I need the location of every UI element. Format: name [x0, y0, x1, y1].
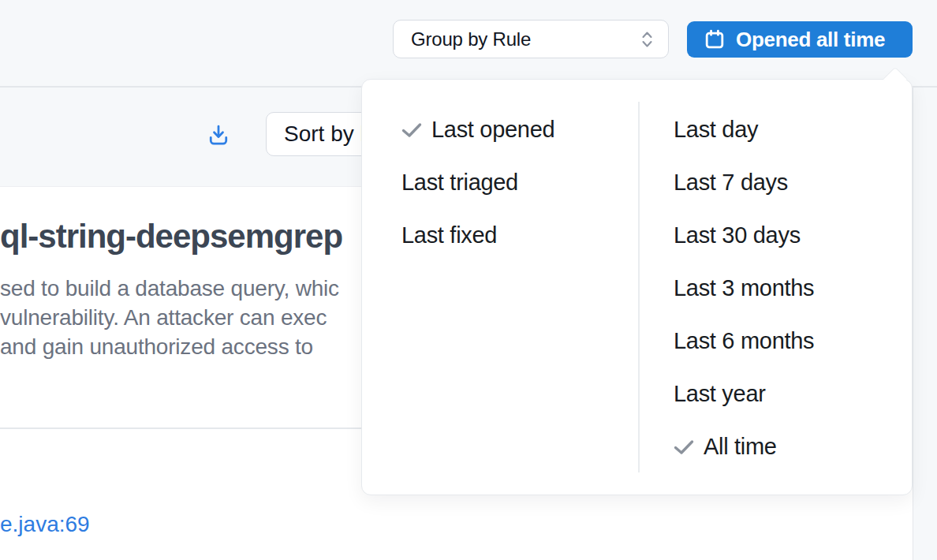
check-icon — [674, 439, 694, 455]
opened-all-time-button[interactable]: Opened all time — [687, 21, 913, 58]
dropdown-column-divider — [638, 102, 640, 472]
menu-item-label: Last 7 days — [674, 170, 788, 196]
menu-item-label: Last day — [674, 117, 758, 143]
menu-item-last-day[interactable]: Last day — [638, 103, 912, 156]
date-filter-label: Opened all time — [736, 28, 885, 52]
select-chevrons-icon — [640, 30, 654, 49]
menu-item-last-triaged[interactable]: Last triaged — [362, 156, 638, 209]
dropdown-sort-field-list: Last openedLast triagedLast fixed — [362, 80, 638, 495]
date-filter-dropdown: Last openedLast triagedLast fixed Last d… — [361, 79, 913, 495]
group-by-select[interactable]: Group by Rule — [393, 20, 669, 58]
sort-button-label: Sort by h — [267, 121, 372, 147]
menu-item-label: Last opened — [431, 117, 554, 143]
menu-item-all-time[interactable]: All time — [638, 420, 912, 473]
source-file-link[interactable]: e.java:69 — [0, 512, 90, 537]
menu-item-label: Last year — [674, 381, 766, 407]
menu-item-last-30-days[interactable]: Last 30 days — [638, 209, 912, 262]
group-by-selected-value: Group by Rule — [394, 28, 531, 50]
menu-item-last-7-days[interactable]: Last 7 days — [638, 156, 912, 209]
menu-item-label: Last fixed — [401, 222, 497, 248]
menu-item-last-fixed[interactable]: Last fixed — [362, 209, 638, 262]
menu-item-label: Last 6 months — [674, 328, 814, 354]
menu-item-label: Last 30 days — [674, 222, 801, 248]
menu-item-last-6-months[interactable]: Last 6 months — [638, 315, 912, 368]
menu-item-label: Last triaged — [401, 170, 518, 196]
menu-item-last-year[interactable]: Last year — [638, 368, 912, 420]
dropdown-date-range-list: Last dayLast 7 daysLast 30 daysLast 3 mo… — [638, 80, 912, 495]
right-gutter — [913, 87, 937, 560]
menu-item-last-opened[interactable]: Last opened — [362, 103, 638, 156]
check-icon — [401, 122, 422, 138]
menu-item-label: All time — [704, 434, 777, 460]
menu-item-label: Last 3 months — [674, 275, 814, 301]
download-icon[interactable] — [203, 120, 233, 150]
menu-item-last-3-months[interactable]: Last 3 months — [638, 262, 912, 315]
calendar-icon — [704, 28, 726, 50]
